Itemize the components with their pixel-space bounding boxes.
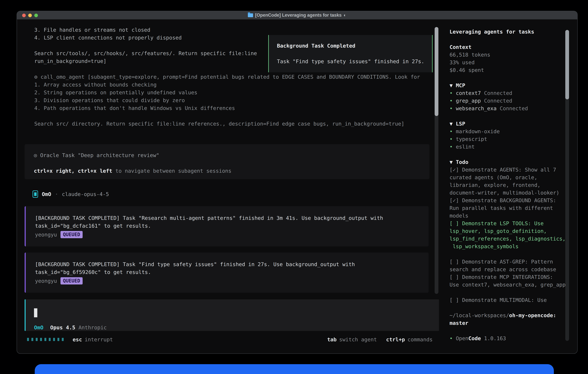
oracle-hint: ctrl+x right, ctrl+x left to navigate be… bbox=[34, 167, 430, 175]
todo-heading-label: Todo bbox=[456, 159, 468, 165]
spacer bbox=[450, 112, 577, 120]
session-indicator-icon: ◐ bbox=[344, 13, 346, 18]
status-dot-icon: • bbox=[450, 128, 453, 134]
mcp-item: • grep_app Connected bbox=[450, 97, 577, 104]
todo-line: [ ] Demonstrate MULTIMODAL: Use bbox=[450, 296, 577, 304]
todo-line: models bbox=[450, 212, 577, 219]
spinner-dot bbox=[49, 338, 51, 341]
todo-line: lsp_find_references, lsp_diagnostics, bbox=[450, 235, 577, 242]
tool-call-line: 3. Division operations that could divide… bbox=[34, 96, 420, 104]
spinner-dot bbox=[27, 338, 29, 341]
task-message-line1: [BACKGROUND TASK COMPLETED] Task "Resear… bbox=[35, 214, 429, 222]
task-message: [BACKGROUND TASK COMPLETED] Task "Find t… bbox=[25, 252, 429, 293]
separator-dot: · bbox=[55, 191, 58, 197]
window-content: 3. File handles or streams not closed4. … bbox=[17, 20, 577, 353]
composer-model: Opus 4.5 bbox=[50, 324, 75, 331]
sidebar-session-title: Leveraging agents for tasks bbox=[450, 28, 577, 36]
agent-model: claude-opus-4-5 bbox=[62, 191, 109, 197]
spinner-dot bbox=[40, 338, 42, 341]
status-dot-icon: • bbox=[450, 90, 453, 96]
task-message-line2: task_id="bg_6f59260c" to get results. bbox=[35, 268, 429, 276]
lsp-heading-label: LSP bbox=[456, 121, 465, 127]
mcp-item-status: Connected bbox=[500, 105, 528, 111]
todo-line: [ ] Demonstrate AST-GREP: Pattern bbox=[450, 258, 577, 266]
chevron-down-icon: ▼ bbox=[450, 83, 453, 88]
todo-item-active: [ ] Demonstrate LSP TOOLS: Uselsp_hover,… bbox=[450, 219, 577, 250]
workspace-path: ~/local-workspaces/oh-my-opencode: bbox=[450, 312, 577, 319]
spinner-dot bbox=[53, 338, 55, 341]
mcp-item-name: websearch_exa bbox=[456, 105, 497, 111]
status-dot-icon: • bbox=[450, 335, 453, 341]
chevron-down-icon: ▼ bbox=[450, 121, 453, 127]
spacer bbox=[450, 327, 577, 334]
task-message: [BACKGROUND TASK COMPLETED] Task "Resear… bbox=[25, 206, 429, 246]
tool-call-line bbox=[34, 112, 420, 120]
spacer bbox=[450, 304, 577, 312]
todo-line: search and replace across codebase bbox=[450, 266, 577, 273]
section-header-todo[interactable]: ▼ Todo bbox=[450, 158, 577, 166]
tool-call-block: ⚙ call_omo_agent [subagent_type=explore,… bbox=[34, 73, 420, 128]
tool-call-header: ⚙ call_omo_agent [subagent_type=explore,… bbox=[34, 73, 420, 81]
todo-line: document-writer, multimodal-looker) bbox=[450, 189, 577, 197]
mcp-item: • websearch_exa Connected bbox=[450, 104, 577, 112]
sidebar-scrollbar-thumb[interactable] bbox=[565, 30, 569, 99]
traffic-lights bbox=[22, 11, 38, 20]
gear-icon: ⚙ bbox=[34, 74, 37, 80]
tool-call-header-text: call_omo_agent [subagent_type=explore, p… bbox=[41, 74, 420, 80]
lsp-item: • markdown-oxide bbox=[450, 128, 577, 135]
spacer bbox=[450, 250, 577, 258]
status-dot-icon: • bbox=[450, 98, 453, 104]
version-number: 1.0.163 bbox=[484, 335, 506, 341]
composer-agent: OmO bbox=[34, 324, 43, 331]
lsp-item-name: markdown-oxide bbox=[456, 128, 500, 134]
tab-action-label: switch agent bbox=[339, 337, 377, 343]
mcp-item-status: Connected bbox=[484, 98, 512, 104]
toast-body: Task "Find type safety issues" finished … bbox=[277, 58, 432, 65]
activity-spinner bbox=[27, 338, 64, 341]
oracle-hint-text: to navigate between subagent sessions bbox=[112, 168, 231, 174]
todo-line: lsp_hover, lsp_goto_definition, bbox=[450, 227, 577, 235]
transcript-scrollbar[interactable] bbox=[435, 27, 438, 294]
minimize-button-icon[interactable] bbox=[28, 14, 32, 17]
transcript-scrollbar-thumb[interactable] bbox=[435, 27, 438, 116]
status-dot-icon: • bbox=[450, 105, 453, 111]
todo-line: curated agents (OmO, oracle, bbox=[450, 174, 577, 181]
commands-key-hint: ctrl+p bbox=[386, 337, 405, 343]
context-stat-line: 66,518 tokens bbox=[450, 51, 577, 59]
task-message-line2: task_id="bg_dcfac161" to get results. bbox=[35, 222, 429, 230]
scrollback-line: 3. File handles or streams not closed bbox=[34, 26, 257, 34]
composer-model-row: OmO Opus 4.5 Anthropic bbox=[34, 323, 107, 331]
desktop-wallpaper-bar bbox=[35, 364, 554, 374]
zoom-button-icon[interactable] bbox=[34, 14, 38, 17]
mcp-item: • context7 Connected bbox=[450, 89, 577, 97]
tool-call-line: 2. String operations on potentially unde… bbox=[34, 89, 420, 96]
brand-name-regular: Open bbox=[456, 335, 468, 341]
oracle-title-line: ◎ Oracle Task "Deep architecture review" bbox=[34, 151, 430, 159]
composer-input[interactable]: OmO Opus 4.5 Anthropic bbox=[25, 299, 439, 331]
todo-line: [✓] Demonstrate BACKGROUND AGENTS: bbox=[450, 197, 577, 204]
spacer bbox=[450, 289, 577, 296]
text-cursor bbox=[34, 308, 37, 317]
version-line: • OpenCode 1.0.163 bbox=[450, 334, 577, 342]
todo-item-done: [✓] Demonstrate BACKGROUND AGENTS:Run pa… bbox=[450, 197, 577, 219]
sidebar-scrollbar[interactable] bbox=[565, 30, 569, 341]
section-header-mcp[interactable]: ▼ MCP bbox=[450, 82, 577, 89]
scrollback-line bbox=[34, 42, 257, 50]
terminal-window: [OpenCode] Leveraging agents for tasks ◐… bbox=[17, 11, 578, 354]
mcp-item-status: Connected bbox=[484, 90, 512, 96]
tool-call-line: 1. Array access without bounds checking bbox=[34, 81, 420, 89]
workspace-repo: oh-my-opencode: bbox=[509, 312, 556, 318]
context-stat-line: $0.46 spent bbox=[450, 66, 577, 74]
window-titlebar[interactable]: [OpenCode] Leveraging agents for tasks ◐ bbox=[17, 11, 577, 20]
agent-header: OmO · claude-opus-4-5 bbox=[32, 190, 109, 198]
task-message-line1: [BACKGROUND TASK COMPLETED] Task "Find t… bbox=[35, 260, 429, 268]
commands-action-label: commands bbox=[408, 337, 433, 343]
todo-line: Run parallel tasks with different bbox=[450, 204, 577, 212]
scrollback-line: 4. LSP client connections not properly d… bbox=[34, 34, 257, 42]
status-dot-icon: • bbox=[450, 136, 453, 142]
close-button-icon[interactable] bbox=[22, 14, 26, 17]
workspace-path-prefix: ~/local-workspaces/ bbox=[450, 312, 509, 318]
section-header-lsp[interactable]: ▼ LSP bbox=[450, 120, 577, 128]
mcp-item-name: context7 bbox=[456, 90, 481, 96]
lsp-item-name: eslint bbox=[456, 144, 474, 150]
